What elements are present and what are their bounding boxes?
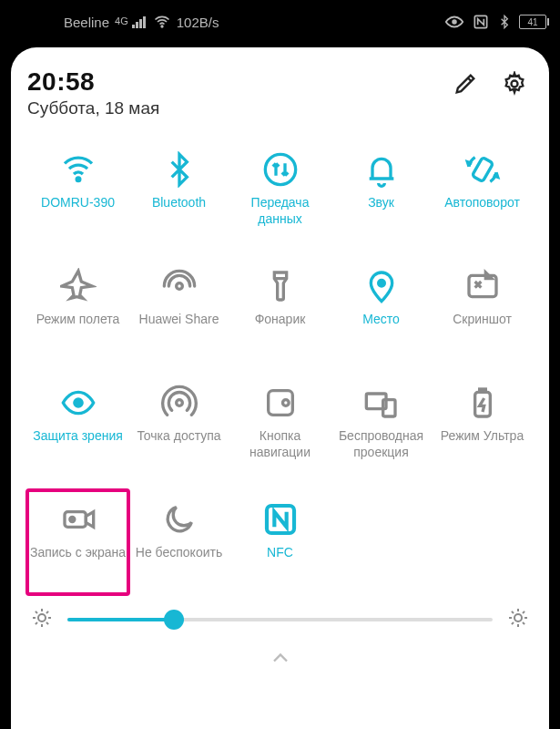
tile-label: Автоповорот bbox=[444, 195, 520, 211]
status-bar: Beeline 4G 102B/s 41 bbox=[0, 0, 560, 44]
tile-label: Звук bbox=[368, 195, 394, 211]
tile-label: Кнопка навигации bbox=[231, 428, 329, 460]
nfc-icon bbox=[260, 499, 300, 539]
bluetooth-icon bbox=[159, 149, 199, 190]
tile-label: Фонарик bbox=[255, 312, 306, 328]
panel-header: 20:58 Суббота, 18 мая bbox=[27, 67, 533, 118]
tile-ultra-mode[interactable]: Режим Ультра bbox=[432, 377, 533, 477]
tile-screenshot[interactable]: Скриншот bbox=[432, 261, 533, 361]
wifi-status-icon bbox=[153, 13, 171, 31]
pencil-icon bbox=[453, 71, 478, 97]
battery-indicator: 41 bbox=[519, 15, 549, 29]
tile-nav-button[interactable]: Кнопка навигации bbox=[229, 377, 331, 477]
clock-time: 20:58 bbox=[27, 67, 453, 97]
moon-icon bbox=[159, 499, 199, 539]
tile-huawei-share[interactable]: Huawei Share bbox=[128, 261, 229, 361]
tile-label: NFC bbox=[267, 545, 293, 561]
tile-label: Защита зрения bbox=[33, 428, 123, 445]
flashlight-icon bbox=[260, 266, 300, 306]
tile-label: Запись с экрана bbox=[30, 545, 126, 561]
brightness-row bbox=[27, 598, 533, 642]
edit-button[interactable] bbox=[453, 71, 478, 100]
location-icon bbox=[361, 266, 402, 306]
battery-ultra-icon bbox=[463, 383, 503, 423]
tile-hotspot[interactable]: Точка доступа bbox=[128, 377, 229, 477]
tile-label: Передача данных bbox=[231, 195, 329, 227]
svg-point-1 bbox=[453, 20, 456, 24]
svg-point-0 bbox=[161, 26, 163, 27]
share-icon bbox=[159, 266, 199, 306]
eye-comfort-status-icon bbox=[444, 12, 464, 32]
tile-label: Режим полета bbox=[36, 312, 120, 328]
collapse-handle[interactable] bbox=[27, 645, 533, 671]
svg-point-3 bbox=[512, 81, 518, 87]
carrier-label: Beeline bbox=[64, 15, 109, 30]
tile-auto-rotate[interactable]: Автоповорот bbox=[432, 144, 533, 244]
bluetooth-status-icon bbox=[497, 14, 512, 30]
tile-dnd[interactable]: Не беспокоить bbox=[128, 494, 229, 594]
auto-rotate-icon bbox=[463, 149, 503, 190]
tile-label: Режим Ультра bbox=[441, 428, 524, 445]
tile-label: Скриншот bbox=[453, 312, 512, 328]
tile-eye-comfort[interactable]: Защита зрения bbox=[27, 377, 128, 477]
brightness-high-icon bbox=[507, 607, 529, 632]
tile-location[interactable]: Место bbox=[331, 261, 432, 361]
tile-label: Huawei Share bbox=[139, 312, 219, 328]
tile-label: Точка доступа bbox=[137, 428, 220, 445]
tile-label: DOMRU-390 bbox=[41, 195, 115, 211]
projection-icon bbox=[361, 383, 402, 423]
tile-wifi[interactable]: DOMRU-390 bbox=[27, 144, 128, 244]
signal-bars-icon bbox=[132, 16, 146, 28]
tile-label: Место bbox=[362, 312, 400, 328]
tile-flashlight[interactable]: Фонарик bbox=[229, 261, 331, 361]
tile-wireless-proj[interactable]: Беспроводная проекция bbox=[331, 377, 432, 477]
screenshot-icon bbox=[463, 266, 503, 306]
brightness-low-icon bbox=[31, 607, 53, 632]
brightness-thumb[interactable] bbox=[164, 610, 184, 630]
tiles-grid: DOMRU-390BluetoothПередача данныхЗвукАвт… bbox=[27, 144, 533, 594]
hotspot-icon bbox=[159, 383, 199, 423]
record-icon bbox=[58, 499, 98, 539]
tile-screen-record[interactable]: Запись с экрана bbox=[27, 494, 128, 594]
tile-label: Беспроводная проекция bbox=[332, 428, 430, 460]
brightness-slider[interactable] bbox=[67, 618, 493, 621]
data-speed-label: 102B/s bbox=[177, 15, 219, 30]
tile-label: Bluetooth bbox=[152, 195, 206, 211]
tile-bluetooth[interactable]: Bluetooth bbox=[128, 144, 229, 244]
airplane-icon bbox=[58, 266, 98, 306]
nav-dock-icon bbox=[260, 383, 300, 423]
clock-date: Суббота, 18 мая bbox=[27, 98, 453, 118]
tile-sound[interactable]: Звук bbox=[331, 144, 432, 244]
tile-nfc[interactable]: NFC bbox=[229, 494, 331, 594]
wifi-icon bbox=[58, 149, 98, 190]
tile-mobile-data[interactable]: Передача данных bbox=[229, 144, 331, 244]
tile-label: Не беспокоить bbox=[136, 545, 222, 561]
bell-icon bbox=[361, 149, 402, 190]
chevron-up-icon bbox=[268, 645, 293, 671]
settings-button[interactable] bbox=[502, 71, 527, 100]
tile-airplane[interactable]: Режим полета bbox=[27, 261, 128, 361]
nfc-status-icon bbox=[472, 13, 490, 31]
quick-settings-panel: 20:58 Суббота, 18 мая bbox=[11, 47, 549, 729]
data-transfer-icon bbox=[260, 149, 300, 190]
gear-icon bbox=[502, 71, 527, 97]
eye-icon bbox=[58, 383, 98, 423]
